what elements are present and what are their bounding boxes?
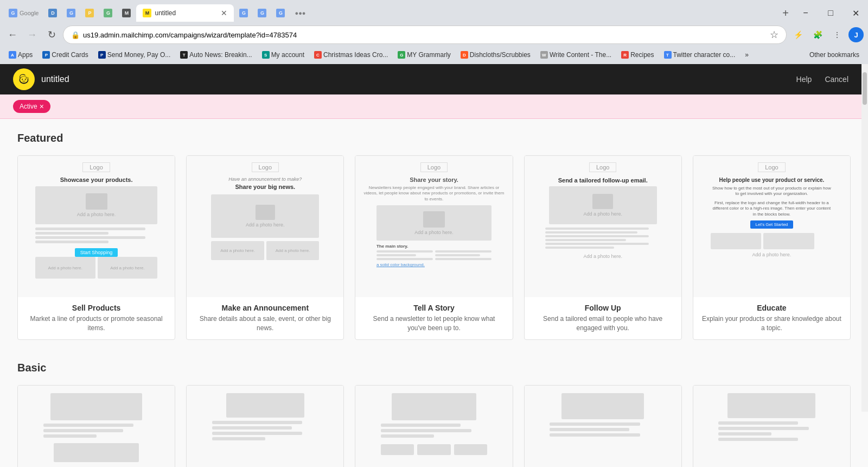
- bookmark-other[interactable]: Other bookmarks: [805, 50, 864, 60]
- filter-pill-remove[interactable]: ×: [40, 102, 44, 111]
- template-educate[interactable]: Logo Help people use your product or ser…: [693, 155, 851, 340]
- active-tab[interactable]: M untitled ✕: [136, 4, 234, 22]
- tab-other6[interactable]: G: [272, 4, 289, 22]
- basic-preview-3: [355, 386, 512, 467]
- template-story-desc: Send a newsletter to let people know wha…: [363, 314, 505, 333]
- template-sell-products[interactable]: Logo Showcase your products. Add a photo…: [17, 155, 175, 340]
- preview-story-headline: Share your story.: [410, 176, 458, 183]
- app-header: untitled Help Cancel: [0, 64, 868, 94]
- preview-story-subtext: Newsletters keep people engaged with you…: [362, 185, 506, 202]
- profile-button[interactable]: J: [848, 27, 864, 42]
- basic-preview-1: [18, 386, 175, 467]
- basic-text-line-3a: [381, 424, 461, 427]
- mailchimp-logo[interactable]: [13, 68, 35, 90]
- menu-button[interactable]: ⋮: [829, 27, 845, 43]
- forward-button[interactable]: →: [24, 27, 40, 43]
- bookmark-grammarly[interactable]: G MY Grammarly: [393, 50, 455, 60]
- preview-educate-headline: Help people use your product or service.: [719, 176, 824, 184]
- tab-other7[interactable]: ●●●: [290, 4, 310, 22]
- tab-other5[interactable]: G: [253, 4, 271, 22]
- template-make-announcement[interactable]: Logo Have an announcement to make? Share…: [186, 155, 344, 340]
- bookmark-auto-news-label: Auto News: Breakin...: [189, 51, 252, 59]
- bookmark-write-content-label: Write Content - The...: [550, 51, 611, 59]
- template-followup-name: Follow Up: [532, 304, 674, 312]
- bookmark-credit-cards[interactable]: P Credit Cards: [38, 50, 92, 60]
- bookmark-recipes[interactable]: R Recipes: [617, 50, 658, 60]
- tab-other2[interactable]: G: [99, 4, 117, 22]
- basic-img-4: [561, 393, 643, 419]
- template-sell-name: Sell Products: [25, 304, 167, 312]
- template-tell-story[interactable]: Logo Share your story. Newsletters keep …: [355, 155, 513, 340]
- featured-templates-grid: Logo Showcase your products. Add a photo…: [17, 155, 851, 340]
- active-tab-title: untitled: [155, 9, 218, 17]
- tab-google[interactable]: G Google: [4, 4, 43, 22]
- template-story-info: Tell A Story Send a newsletter to let pe…: [355, 297, 512, 339]
- preview-story-logo: Logo: [420, 162, 448, 172]
- bookmark-christmas[interactable]: C Christmas Ideas Cro...: [310, 50, 392, 60]
- basic-template-5[interactable]: [693, 385, 851, 467]
- svg-point-4: [26, 78, 28, 79]
- bookmark-twitter[interactable]: T Twitter character co...: [660, 50, 740, 60]
- basic-text-group-3: [381, 424, 487, 438]
- bookmark-apps[interactable]: A Apps: [4, 50, 37, 60]
- bookmarks-bar: A Apps P Credit Cards P Send Money, Pay …: [0, 48, 868, 64]
- maximize-button[interactable]: □: [818, 4, 843, 22]
- bookmark-write-content[interactable]: W Write Content - The...: [536, 50, 616, 60]
- filter-pill-active[interactable]: Active ×: [13, 100, 50, 113]
- tab-diigo[interactable]: D: [44, 4, 61, 22]
- bookmark-more[interactable]: »: [741, 50, 753, 60]
- preview-sell-row-img-2: Add a photo here.: [98, 257, 158, 279]
- bookmark-send-money[interactable]: P Send Money, Pay O...: [94, 50, 175, 60]
- basic-text-line-5d: [718, 438, 798, 441]
- tab-other1[interactable]: P: [81, 4, 98, 22]
- browser-window: G Google D G P G M M untitled: [0, 0, 868, 64]
- basic-text-line-1b: [43, 429, 123, 432]
- preview-story-section-title: The main story.: [376, 244, 409, 249]
- basic-template-4[interactable]: [524, 385, 682, 467]
- refresh-button[interactable]: ↻: [43, 27, 60, 43]
- bookmark-credit-cards-label: Credit Cards: [52, 51, 88, 59]
- close-tab-button[interactable]: ✕: [221, 9, 227, 17]
- basic-template-3[interactable]: [355, 385, 513, 467]
- url-input[interactable]: [83, 31, 767, 39]
- basic-text-line-1a: [43, 424, 134, 427]
- basic-template-1[interactable]: [17, 385, 175, 467]
- minimize-button[interactable]: −: [793, 4, 818, 22]
- basic-text-line-2b: [212, 426, 292, 430]
- extensions-button[interactable]: ⚡: [790, 27, 806, 43]
- bookmark-star-icon[interactable]: ☆: [770, 29, 778, 41]
- template-story-name: Tell A Story: [363, 304, 505, 312]
- user-extensions-button[interactable]: 🧩: [809, 27, 826, 43]
- cancel-button[interactable]: Cancel: [818, 72, 855, 87]
- preview-followup-logo: Logo: [589, 162, 616, 172]
- basic-text-line-1c: [43, 434, 97, 438]
- back-button[interactable]: ←: [4, 27, 21, 43]
- basic-text-line-5c: [718, 432, 771, 436]
- tab-other3[interactable]: M: [118, 4, 135, 22]
- template-followup-desc: Send a tailored email to people who have…: [532, 314, 674, 333]
- tab-g2[interactable]: G: [62, 4, 80, 22]
- tab-other4[interactable]: G: [235, 4, 252, 22]
- preview-educate-cta: Let's Get Started: [750, 220, 794, 229]
- basic-template-2[interactable]: [186, 385, 344, 467]
- new-tab-button[interactable]: +: [778, 7, 793, 20]
- basic-templates-grid: [17, 385, 851, 467]
- bookmark-auto-news[interactable]: T Auto News: Breakin...: [176, 50, 256, 60]
- preview-story-content: Share your story. Newsletters keep peopl…: [362, 176, 506, 267]
- preview-announce-main-image: Add a photo here.: [211, 194, 319, 238]
- bookmark-recipes-label: Recipes: [630, 51, 654, 59]
- bookmark-dishcloths[interactable]: D Dishcloths/Scrubbies: [456, 50, 535, 60]
- browser-toolbar: ← → ↻ 🔒 ☆ ⚡ 🧩 ⋮ J: [0, 22, 868, 48]
- scrollbar-thumb[interactable]: [863, 72, 867, 105]
- bookmark-my-account[interactable]: S My account: [258, 50, 309, 60]
- template-preview-followup: Logo Send a tailored follow-up email. Ad…: [525, 156, 681, 297]
- template-followup-info: Follow Up Send a tailored email to peopl…: [525, 297, 681, 339]
- help-button[interactable]: Help: [790, 72, 819, 87]
- preview-story-main-image: Add a photo here.: [376, 205, 492, 241]
- basic-text-line-2a: [212, 421, 303, 424]
- scrollbar-track[interactable]: [861, 64, 868, 412]
- template-follow-up[interactable]: Logo Send a tailored follow-up email. Ad…: [524, 155, 682, 340]
- template-preview-announce: Logo Have an announcement to make? Share…: [187, 156, 343, 297]
- close-window-button[interactable]: ✕: [843, 4, 868, 22]
- filter-pill-label: Active: [20, 103, 37, 110]
